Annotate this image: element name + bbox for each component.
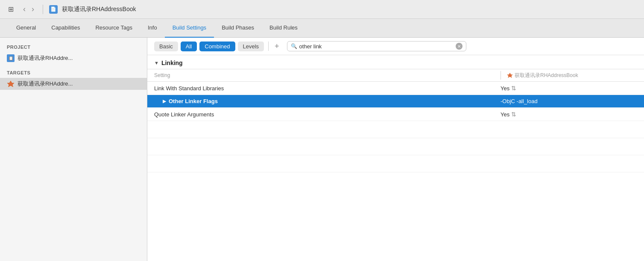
- col-divider: [501, 71, 501, 80]
- separator: [43, 5, 43, 14]
- all-button[interactable]: All: [181, 42, 197, 51]
- tab-resource-tags[interactable]: Resource Tags: [88, 19, 140, 38]
- expand-icon: ▶: [163, 99, 166, 104]
- back-button[interactable]: ‹: [20, 4, 28, 15]
- section-title: Linking: [161, 59, 183, 66]
- titlebar: ⊞ ‹ › 📄 获取通讯录RHAddressBook: [0, 0, 644, 19]
- table-row-empty: [147, 121, 644, 138]
- content-area: Basic All Combined Levels + 🔍 ✕ ▼ Linkin…: [147, 38, 644, 261]
- table-row-empty: [147, 138, 644, 155]
- tab-general[interactable]: General: [9, 19, 44, 38]
- tab-build-phases[interactable]: Build Phases: [214, 19, 262, 38]
- col-target-header: 获取通讯录RHAddressBook: [501, 71, 637, 80]
- section-chevron-icon: ▼: [154, 60, 159, 65]
- filterbar: Basic All Combined Levels + 🔍 ✕: [147, 38, 644, 55]
- linking-section-header: ▼ Linking: [147, 55, 644, 69]
- sidebar-target-name: 获取通讯录RHAddre...: [18, 80, 73, 88]
- row-value: Yes ⇅: [501, 85, 637, 92]
- sidebar: PROJECT 📋 获取通讯录RHAddre... TARGETS 获取通讯录R…: [0, 38, 147, 261]
- levels-button[interactable]: Levels: [238, 42, 264, 51]
- tab-build-settings[interactable]: Build Settings: [165, 19, 214, 38]
- stepper-icon: ⇅: [511, 111, 516, 118]
- table-row-empty: [147, 155, 644, 172]
- table-row[interactable]: Quote Linker Arguments Yes ⇅: [147, 108, 644, 121]
- search-icon: 🔍: [291, 43, 297, 49]
- sidebar-project-name: 获取通讯录RHAddre...: [18, 54, 73, 62]
- table-header: Setting 获取通讯录RHAddressBook: [147, 69, 644, 82]
- table-row[interactable]: ▶ Other Linker Flags -ObjC -all_load: [147, 95, 644, 108]
- search-clear-button[interactable]: ✕: [456, 43, 463, 50]
- row-value: Yes ⇅: [501, 111, 637, 118]
- target-icon: [7, 80, 15, 88]
- sidebar-target-item[interactable]: 获取通讯录RHAddre...: [0, 78, 147, 90]
- search-box: 🔍 ✕: [287, 41, 466, 51]
- basic-button[interactable]: Basic: [154, 42, 178, 51]
- row-label: ▶ Other Linker Flags: [154, 98, 501, 104]
- navigation-buttons: ‹ ›: [20, 4, 37, 15]
- project-icon: 📄: [49, 5, 58, 14]
- filter-separator: [268, 42, 269, 51]
- row-label: Link With Standard Libraries: [154, 85, 501, 92]
- tab-capabilities[interactable]: Capabilities: [44, 19, 88, 38]
- table-row[interactable]: Link With Standard Libraries Yes ⇅: [147, 82, 644, 95]
- project-file-icon: 📋: [7, 54, 15, 62]
- settings-table: ▼ Linking Setting 获取通讯录RHAddressBook L: [147, 55, 644, 261]
- tab-info[interactable]: Info: [140, 19, 165, 38]
- search-input[interactable]: [299, 43, 454, 50]
- svg-marker-1: [507, 73, 512, 78]
- stepper-icon: ⇅: [511, 85, 516, 92]
- forward-button[interactable]: ›: [29, 4, 37, 15]
- row-label: Quote Linker Arguments: [154, 111, 501, 118]
- targets-section-label: TARGETS: [0, 68, 147, 78]
- tabbar: General Capabilities Resource Tags Info …: [0, 19, 644, 38]
- col-setting-header: Setting: [154, 71, 501, 80]
- main-layout: PROJECT 📋 获取通讯录RHAddre... TARGETS 获取通讯录R…: [0, 38, 644, 261]
- row-value: -ObjC -all_load: [501, 98, 637, 104]
- sidebar-project-item[interactable]: 📋 获取通讯录RHAddre...: [0, 52, 147, 64]
- combined-button[interactable]: Combined: [199, 42, 235, 51]
- project-title: 获取通讯录RHAddressBook: [62, 6, 136, 13]
- svg-marker-0: [7, 81, 14, 87]
- tab-build-rules[interactable]: Build Rules: [262, 19, 305, 38]
- grid-icon: ⊞: [5, 4, 16, 15]
- project-section-label: PROJECT: [0, 43, 147, 52]
- add-setting-button[interactable]: +: [273, 42, 281, 51]
